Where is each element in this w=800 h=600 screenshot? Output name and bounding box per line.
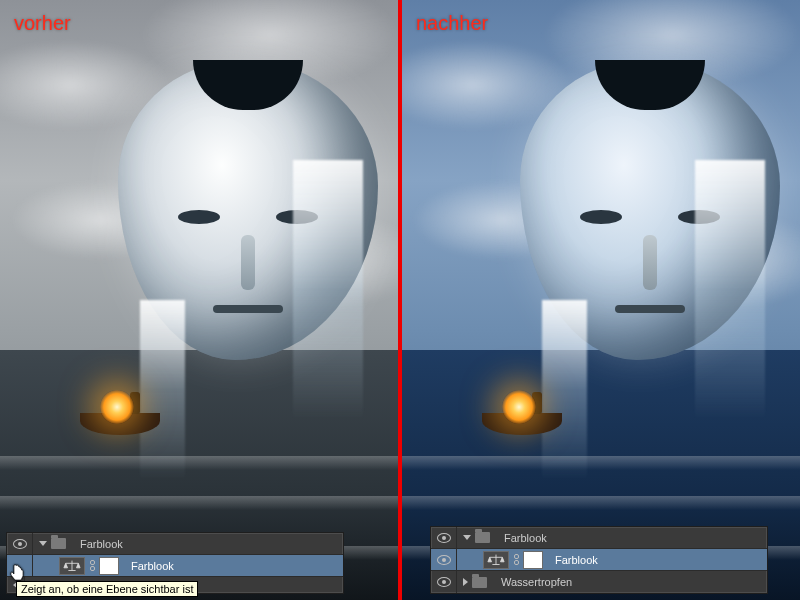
expand-toggle-icon[interactable] — [39, 541, 47, 546]
folder-icon — [51, 538, 66, 549]
layer-mask-thumb[interactable] — [99, 557, 119, 575]
group-name: Farblook — [504, 532, 547, 544]
before-label: vorher — [14, 12, 71, 35]
adjustment-layer-row[interactable]: Farblook — [431, 549, 767, 571]
artwork-canvas — [0, 0, 398, 600]
artwork-canvas — [402, 0, 800, 600]
waterfall — [695, 160, 765, 420]
lantern-light — [502, 390, 536, 424]
waterfall — [542, 300, 587, 480]
layer-group-row[interactable]: Farblook — [7, 533, 343, 555]
before-pane: vorher Farblook Farblook — [0, 0, 398, 600]
after-pane: nachher Farblook Farblook — [402, 0, 800, 600]
visibility-tooltip: Zeigt an, ob eine Ebene sichtbar ist — [16, 581, 198, 597]
cursor-pointer-icon — [9, 564, 25, 582]
after-label: nachher — [416, 12, 488, 35]
lantern-light — [100, 390, 134, 424]
color-balance-icon — [59, 557, 85, 575]
expand-toggle-icon[interactable] — [463, 535, 471, 540]
waterfall — [293, 160, 363, 420]
folder-icon — [472, 577, 487, 588]
eye-icon — [437, 533, 451, 543]
layers-panel[interactable]: Farblook Farblook Wassertropfen — [430, 526, 768, 594]
layer-group-row[interactable]: Wassertropfen — [431, 571, 767, 593]
layer-mask-thumb[interactable] — [523, 551, 543, 569]
layer-group-row[interactable]: Farblook — [431, 527, 767, 549]
visibility-toggle[interactable] — [7, 533, 33, 554]
eye-icon — [437, 555, 451, 565]
visibility-toggle[interactable] — [431, 571, 457, 593]
color-balance-icon — [483, 551, 509, 569]
link-icon — [512, 553, 520, 567]
waterfall — [140, 300, 185, 480]
layer-name: Farblook — [555, 554, 598, 566]
adjustment-layer-row[interactable]: Farblook — [7, 555, 343, 577]
group-name: Wassertropfen — [501, 576, 572, 588]
folder-icon — [475, 532, 490, 543]
group-name: Farblook — [80, 538, 123, 550]
visibility-toggle[interactable] — [431, 549, 457, 570]
layer-name: Farblook — [131, 560, 174, 572]
link-icon — [88, 559, 96, 573]
visibility-toggle[interactable] — [431, 527, 457, 548]
eye-icon — [13, 539, 27, 549]
before-after-split: vorher Farblook Farblook — [0, 0, 800, 600]
expand-toggle-icon[interactable] — [463, 578, 468, 586]
eye-icon — [437, 577, 451, 587]
